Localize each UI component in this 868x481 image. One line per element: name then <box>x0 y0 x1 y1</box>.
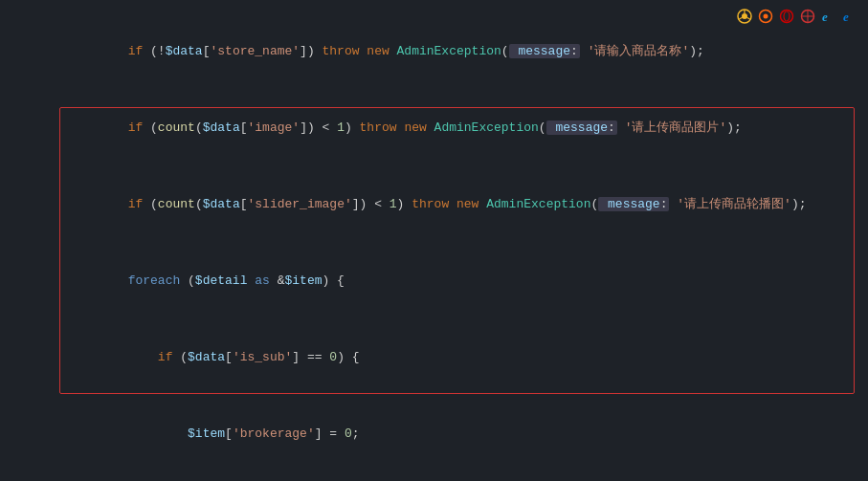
edge-icon[interactable]: e <box>841 8 858 25</box>
code-line <box>0 233 868 252</box>
code-line <box>0 310 868 329</box>
ie-icon[interactable]: e <box>820 8 837 25</box>
opera-icon[interactable] <box>778 8 795 25</box>
code-line: if (!$data['store_name']) throw new Admi… <box>0 23 868 80</box>
svg-text:e: e <box>843 10 849 24</box>
code-line: $item['brokerage'] = 0; <box>0 405 868 463</box>
chrome-icon[interactable] <box>736 8 753 25</box>
svg-point-8 <box>784 11 790 21</box>
svg-line-4 <box>739 17 742 19</box>
svg-point-6 <box>764 14 768 19</box>
code-line <box>0 463 868 481</box>
code-editor: e e if (!$data['store_name']) throw new … <box>0 0 868 481</box>
code-line <box>0 80 868 99</box>
code-line: if (count($data['image']) < 1) throw new… <box>0 99 868 157</box>
svg-point-1 <box>742 13 747 19</box>
safari-icon[interactable] <box>799 8 816 25</box>
code-line: if (count($data['slider_image']) < 1) th… <box>0 176 868 233</box>
svg-line-3 <box>746 17 749 19</box>
toolbar: e e <box>736 8 858 25</box>
code-line-foreach: foreach ($detail as &$item) { <box>0 252 868 310</box>
firefox-icon[interactable] <box>757 8 774 25</box>
code-line <box>0 157 868 176</box>
code-line <box>0 386 868 405</box>
code-line: if ($data['is_sub'] == 0) { <box>0 329 868 386</box>
svg-text:e: e <box>822 10 828 24</box>
code-area: if (!$data['store_name']) throw new Admi… <box>0 0 868 481</box>
